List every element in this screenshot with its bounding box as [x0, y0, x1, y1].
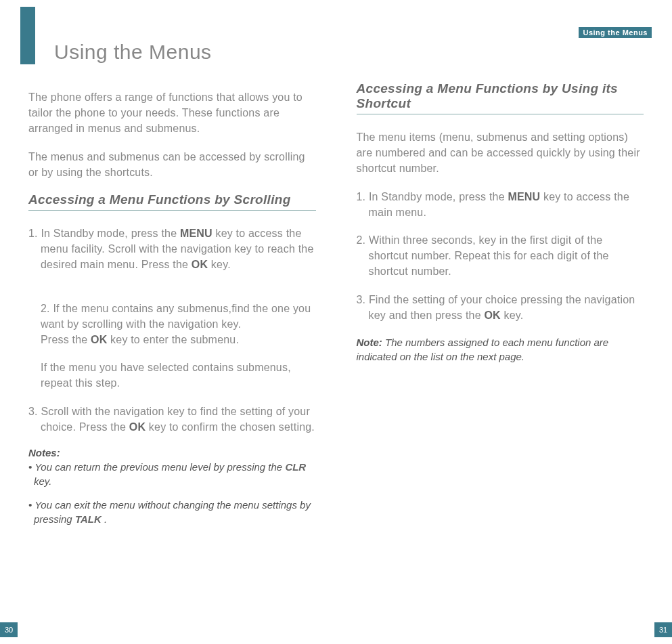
- header-bar: Using the Menus: [579, 27, 652, 38]
- step-1-text-c: key.: [208, 259, 231, 270]
- ok-key-label: OK: [192, 259, 208, 270]
- page-spread: Using the Menus The phone offers a range…: [0, 0, 672, 644]
- ok-key-label-4: OK: [484, 309, 500, 321]
- shortcut-step-1: 1. In Standby mode, press the MENU key t…: [357, 189, 644, 220]
- intro-paragraph-1: The phone offers a range of functions th…: [28, 89, 316, 137]
- ok-key-label-2: OK: [91, 334, 107, 345]
- shortcut-note: Note: The numbers assigned to each menu …: [357, 335, 644, 364]
- note-1: • You can return the previous menu level…: [28, 460, 316, 488]
- section-heading-scrolling: Accessing a Menu Functions by Scrolling: [28, 192, 316, 211]
- note-1-text-b: key.: [34, 475, 51, 487]
- step-1-text-a: 1. In Standby mode, press the: [28, 228, 180, 239]
- shortcut-step-3-b: key.: [501, 309, 524, 321]
- page-number-right: 31: [654, 622, 672, 637]
- ok-key-label-3: OK: [129, 421, 145, 433]
- step-2-text-b: key to enter the submenu.: [107, 334, 239, 345]
- notes-label: Notes:: [28, 447, 316, 458]
- step-3: 3. Scroll with the navigation key to fin…: [28, 404, 316, 435]
- shortcut-step-2: 2. Within three seconds, key in the firs…: [357, 232, 644, 280]
- talk-key-label: TALK: [75, 513, 102, 525]
- note-2-text-a: • You can exit the menu without changing…: [28, 499, 311, 525]
- page-number-left: 30: [0, 622, 18, 637]
- step-1: 1. In Standby mode, press the MENU key t…: [28, 226, 316, 273]
- shortcut-step-1-a: 1. In Standby mode, press the: [357, 191, 508, 202]
- left-page: Using the Menus The phone offers a range…: [0, 0, 336, 644]
- note-1-text-a: • You can return the previous menu level…: [28, 461, 285, 473]
- right-page: Using the Menus Accessing a Menu Functio…: [336, 0, 673, 644]
- right-content: Accessing a Menu Functions by Using its …: [357, 81, 644, 364]
- note-lead: Note:: [357, 337, 382, 348]
- page-title: Using the Menus: [54, 41, 316, 64]
- intro-paragraph-2: The menus and submenus can be accessed b…: [28, 149, 316, 180]
- step-2: 2. If the menu contains any submenus,fin…: [28, 285, 316, 348]
- step-3-text-b: key to confirm the chosen setting.: [145, 421, 315, 433]
- clr-key-label: CLR: [285, 461, 306, 473]
- step-2-sub: If the menu you have selected contains s…: [28, 360, 316, 391]
- note-body: The numbers assigned to each menu functi…: [357, 337, 609, 362]
- side-tab: [20, 7, 35, 64]
- menu-key-label: MENU: [180, 228, 212, 239]
- note-2: • You can exit the menu without changing…: [28, 498, 316, 526]
- shortcut-intro: The menu items (menu, submenus and setti…: [357, 129, 644, 177]
- shortcut-step-3: 3. Find the setting of your choice press…: [357, 292, 644, 323]
- menu-key-label-2: MENU: [508, 191, 540, 202]
- section-heading-shortcut: Accessing a Menu Functions by Using its …: [357, 81, 644, 114]
- note-2-text-b: .: [102, 513, 107, 525]
